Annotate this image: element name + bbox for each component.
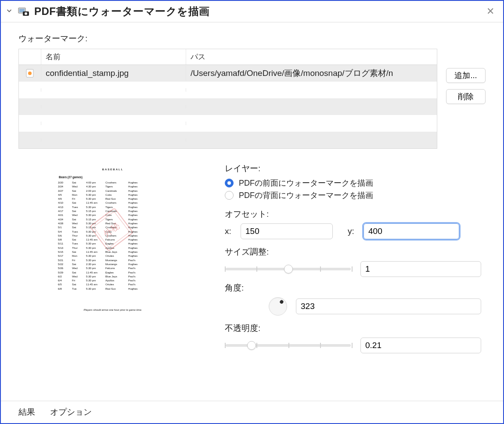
schedule-row: 5/26Wed5:30 pmFalconsPaul's [58,266,168,270]
schedule-row: 6/5Sat11:45 amOriolesPaul's [58,282,168,286]
file-name: confidential_stamp.jpg [41,67,186,80]
file-path: /Users/yamafd/OneDrive/画像/monosnap/ブログ素材… [186,66,437,81]
preview-footer: Players should arrive one hour prior to … [54,309,172,311]
opacity-value[interactable] [360,338,481,353]
schedule-row: 4/5Mon5:30 pmCubsHughes [58,193,168,197]
schedule-row: 3/24Wed4:30 pmTigersHughes [58,184,168,188]
scale-label: サイズ調整: [225,246,481,258]
schedule-row: 3/20Sat4:00 pmCrushersHughes [58,180,168,184]
scale-slider[interactable] [225,262,352,276]
table-row[interactable]: confidential_stamp.jpg /Users/yamafd/One… [19,65,437,82]
schedule-row: 4/10Sat11:45 amCrushersHughes [58,201,168,205]
preview-title: Baseball [58,167,168,171]
watermark-label: ウォーターマーク: [18,33,486,44]
action-title: PDF書類にウォーターマークを描画 [34,4,480,18]
schedule-row: 6/2Wed5:30 pmBlue JaysPaul's [58,274,168,278]
column-icon[interactable] [19,49,41,65]
table-row[interactable] [19,132,437,148]
svg-point-5 [28,72,32,75]
layer-label: レイヤー: [225,163,481,174]
radio-front-label: PDFの前面にウォーターマークを描画 [239,178,373,188]
column-name[interactable]: 名前 [41,49,186,65]
schedule-row: 3/27Sat2:00 pmCardinalsHughes [58,189,168,193]
add-button[interactable]: 追加... [446,68,486,83]
schedule-row: 5/17Mon5:30 pmOriolesHughes [58,254,168,258]
preview-subtitle: Bears (27 games) [59,176,168,179]
disclosure-chevron-icon[interactable] [5,7,13,17]
table-row[interactable] [19,98,437,115]
watermark-table: 名前 パス confidential_stamp.jpg /Users/yama… [18,49,437,149]
results-tab[interactable]: 結果 [18,406,35,418]
schedule-row: 5/29Sat11:45 amEaglesPaul's [58,270,168,274]
table-row[interactable] [19,82,437,98]
opacity-label: 不透明度: [225,323,481,334]
file-icon [25,68,35,78]
angle-value[interactable] [296,298,481,314]
svg-point-3 [25,12,27,15]
y-input[interactable] [364,223,459,239]
table-row[interactable] [19,115,437,132]
angle-dial[interactable] [269,297,287,316]
x-input[interactable] [241,223,333,239]
radio-back[interactable] [225,191,234,200]
x-label: x: [225,226,234,236]
preview-app-icon [18,5,30,18]
delete-button[interactable]: 削除 [446,89,486,104]
schedule-row: 5/15Sat11:45 amBlue JaysHughes [58,250,168,254]
schedule-row: 6/4Fri5:30 pmApollosPaul's [58,278,168,282]
options-tab[interactable]: オプション [50,406,92,418]
column-path[interactable]: パス [186,49,437,65]
footer-bar: 結果 オプション [1,401,503,423]
radio-front[interactable] [225,179,234,187]
close-icon[interactable]: ✕ [485,6,496,17]
angle-label: 角度: [225,282,481,294]
preview-pane: Baseball Bears (27 games) 3/20Sat4:00 pm… [18,161,207,359]
action-header: PDF書類にウォーターマークを描画 ✕ [1,1,503,22]
offset-label: オフセット: [225,208,481,220]
schedule-row: 5/21Fri5:30 pmMustangsPaul's [58,258,168,262]
opacity-slider[interactable] [225,339,352,352]
radio-back-label: PDFの背面にウォーターマークを描画 [239,190,373,201]
y-label: y: [348,226,357,236]
schedule-row: 4/9Fri5:30 pmRed SoxHughes [58,197,168,201]
schedule-row: 5/22Sat2:30 pmMustangsHughes [58,262,168,266]
schedule-row: 6/8Tue5:30 pmRed SoxHughes [58,287,168,291]
scale-value[interactable] [360,261,481,277]
